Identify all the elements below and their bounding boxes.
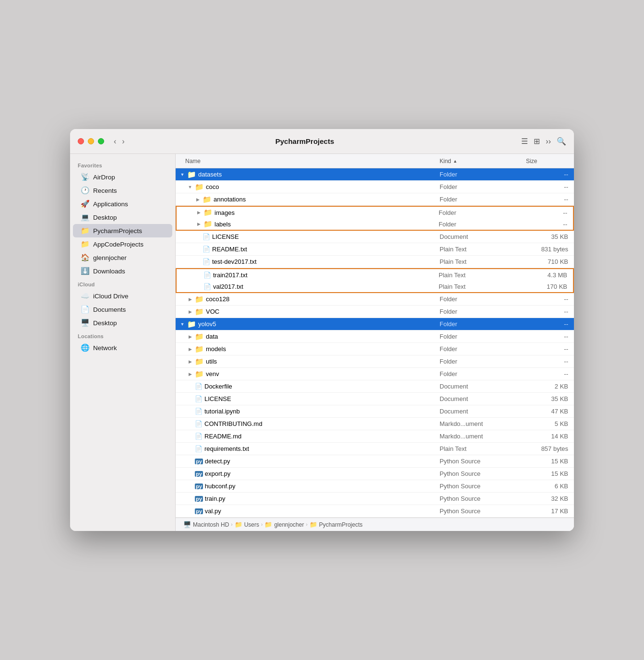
main-layout: Favorites 📡AirDrop🕐Recents🚀Applications💻… — [70, 154, 574, 531]
chevron-models: ▶ — [187, 347, 193, 352]
sidebar-icon-appcodeprojects: 📁 — [81, 240, 89, 248]
sidebar-label-airdrop: AirDrop — [93, 174, 115, 181]
file-row-coco128[interactable]: ▶📁coco128Folder-- — [176, 293, 574, 306]
file-row-testdev[interactable]: 📄test-dev2017.txtPlain Text710 KB — [176, 256, 574, 268]
file-name-val2017: 📄val2017.txt — [177, 283, 439, 290]
sidebar-icon-applications: 🚀 — [81, 200, 89, 208]
filename-text-val: val.py — [205, 507, 221, 515]
sidebar-item-recents[interactable]: 🕐Recents — [73, 184, 172, 197]
file-row-license2[interactable]: 📄LICENSEDocument35 KB — [176, 393, 574, 405]
filename-text-train: train.py — [205, 495, 226, 502]
breadcrumb-label-3[interactable]: PycharmProjects — [319, 521, 363, 528]
sidebar-label-desktop-icloud: Desktop — [93, 319, 117, 327]
file-size-readmemd: 14 KB — [526, 433, 574, 440]
file-kind-coco128: Folder — [440, 295, 526, 303]
file-row-labels[interactable]: ▶📁labelsFolder-- — [176, 218, 574, 231]
file-size-detect: 15 KB — [526, 458, 574, 465]
file-size-coco: -- — [526, 183, 574, 190]
search-icon[interactable]: 🔍 — [557, 137, 566, 146]
filename-text-readmemd: README.md — [204, 433, 241, 440]
file-row-hubconf[interactable]: pyhubconf.pyPython Source6 KB — [176, 480, 574, 493]
file-size-hubconf: 6 KB — [526, 483, 574, 490]
sidebar-item-glennjocher[interactable]: 🏠glennjocher — [73, 251, 172, 264]
file-row-license[interactable]: 📄LICENSEDocument35 KB — [176, 231, 574, 243]
file-row-datasets[interactable]: ▼📁datasetsFolder-- — [176, 168, 574, 181]
sidebar-item-applications[interactable]: 🚀Applications — [73, 197, 172, 211]
file-size-readme: 831 bytes — [526, 246, 574, 253]
file-row-data[interactable]: ▶📁dataFolder-- — [176, 330, 574, 343]
file-row-export[interactable]: pyexport.pyPython Source15 KB — [176, 468, 574, 480]
icon-venv: 📁 — [195, 370, 204, 378]
sidebar-label-network: Network — [93, 344, 117, 352]
col-kind-header[interactable]: Kind ▲ — [440, 158, 526, 165]
sidebar-item-downloads[interactable]: ⬇️Downloads — [73, 264, 172, 278]
file-row-images[interactable]: ▶📁imagesFolder-- — [176, 206, 574, 218]
sidebar-item-desktop[interactable]: 💻Desktop — [73, 211, 172, 224]
filename-text-yolov5: yolov5 — [198, 320, 216, 328]
file-row-tutorial[interactable]: 📄tutorial.ipynbDocument47 KB — [176, 405, 574, 418]
breadcrumb-label-0[interactable]: Macintosh HD — [193, 521, 229, 528]
file-row-yolov5[interactable]: ▼📁yolov5Folder-- — [176, 318, 574, 330]
file-row-coco[interactable]: ▼📁cocoFolder-- — [176, 181, 574, 193]
sidebar-item-network[interactable]: 🌐Network — [73, 341, 172, 354]
file-row-readme[interactable]: 📄README.txtPlain Text831 bytes — [176, 243, 574, 256]
file-kind-tutorial: Document — [440, 408, 526, 415]
file-row-venv[interactable]: ▶📁venvFolder-- — [176, 368, 574, 380]
file-row-contributing[interactable]: 📄CONTRIBUTING.mdMarkdo...ument5 KB — [176, 418, 574, 430]
file-row-utils[interactable]: ▶📁utilsFolder-- — [176, 355, 574, 368]
file-name-images: ▶📁images — [177, 208, 439, 217]
sidebar-item-pycharmprojects[interactable]: 📁PycharmProjects — [73, 224, 172, 237]
file-row-annotations[interactable]: ▶📁annotationsFolder-- — [176, 193, 574, 206]
sidebar-item-icloudrive[interactable]: ☁️iCloud Drive — [73, 289, 172, 303]
sidebar-icon-airdrop: 📡 — [81, 173, 89, 181]
titlebar: ‹ › PycharmProjects ☰ ⊞ ›› 🔍 — [70, 129, 574, 154]
file-size-labels: -- — [525, 221, 573, 228]
file-row-voc[interactable]: ▶📁VOCFolder-- — [176, 306, 574, 318]
file-row-train2017[interactable]: 📄train2017.txtPlain Text4.3 MB — [176, 268, 574, 281]
icon-requirements: 📄 — [195, 445, 203, 452]
file-row-requirements[interactable]: 📄requirements.txtPlain Text857 bytes — [176, 443, 574, 455]
sidebar-item-desktop-icloud[interactable]: 🖥️Desktop — [73, 316, 172, 330]
file-kind-annotations: Folder — [440, 196, 526, 203]
file-row-readmemd[interactable]: 📄README.mdMarkdo...ument14 KB — [176, 430, 574, 443]
filename-text-testdev: test-dev2017.txt — [212, 258, 257, 265]
filename-text-license2: LICENSE — [204, 395, 231, 402]
sidebar-icon-desktop-icloud: 🖥️ — [81, 318, 89, 327]
file-row-val[interactable]: pyval.pyPython Source17 KB — [176, 505, 574, 518]
file-size-dockerfile: 2 KB — [526, 383, 574, 390]
file-kind-utils: Folder — [440, 358, 526, 365]
grid-view-icon[interactable]: ⊞ — [534, 137, 540, 146]
breadcrumb-sep-2: › — [306, 522, 307, 527]
sidebar-icon-pycharmprojects: 📁 — [81, 226, 89, 235]
minimize-button[interactable] — [88, 138, 94, 144]
file-name-license2: 📄LICENSE — [176, 395, 440, 402]
file-size-license: 35 KB — [526, 233, 574, 240]
sidebar-item-airdrop[interactable]: 📡AirDrop — [73, 170, 172, 184]
breadcrumb-label-2[interactable]: glennjocher — [274, 521, 304, 528]
file-row-models[interactable]: ▶📁modelsFolder-- — [176, 343, 574, 355]
sidebar-item-appcodeprojects[interactable]: 📁AppCodeProjects — [73, 237, 172, 251]
file-row-dockerfile[interactable]: 📄DockerfileDocument2 KB — [176, 380, 574, 393]
icon-yolov5: 📁 — [187, 320, 196, 329]
icon-dockerfile: 📄 — [195, 383, 203, 390]
more-icon[interactable]: ›› — [546, 137, 551, 146]
file-name-detect: pydetect.py — [176, 458, 440, 465]
sidebar-item-documents[interactable]: 📄Documents — [73, 303, 172, 316]
file-header: Name Kind ▲ Size — [176, 154, 574, 168]
icloud-label: iCloud — [70, 278, 175, 289]
file-row-val2017[interactable]: 📄val2017.txtPlain Text170 KB — [176, 281, 574, 293]
sidebar-label-appcodeprojects: AppCodeProjects — [93, 241, 143, 248]
sort-arrow: ▲ — [453, 159, 457, 164]
breadcrumb-label-1[interactable]: Users — [244, 521, 259, 528]
icon-coco128: 📁 — [195, 295, 204, 304]
close-button[interactable] — [78, 138, 84, 144]
file-row-detect[interactable]: pydetect.pyPython Source15 KB — [176, 455, 574, 468]
file-name-coco: ▼📁coco — [176, 183, 440, 191]
filename-text-requirements: requirements.txt — [204, 445, 249, 452]
breadcrumb-icon-1: 📁 — [235, 521, 242, 528]
list-view-icon[interactable]: ☰ — [521, 137, 528, 146]
file-row-train[interactable]: pytrain.pyPython Source32 KB — [176, 493, 574, 505]
file-name-data: ▶📁data — [176, 332, 440, 341]
sidebar-icon-documents: 📄 — [81, 305, 89, 314]
sidebar-label-applications: Applications — [93, 200, 128, 208]
